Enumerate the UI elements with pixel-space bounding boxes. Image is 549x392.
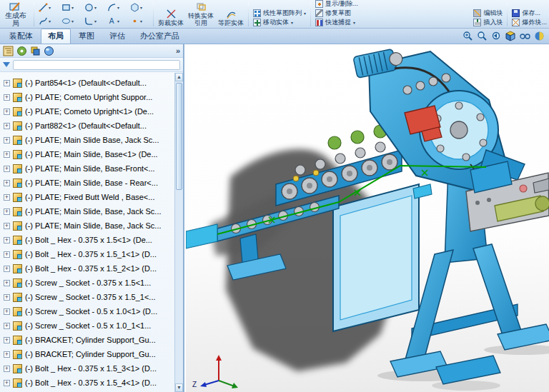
tab-office-products[interactable]: 办公室产品 [133, 29, 187, 44]
expand-icon[interactable]: + [4, 151, 10, 158]
sketch-line-button[interactable]: ▾ [36, 3, 59, 12]
expand-icon[interactable]: + [4, 94, 10, 101]
tree-item[interactable]: + (-) Screw _ Socket - 0.375 x 1.5<1... [0, 276, 176, 290]
expand-icon[interactable]: + [4, 166, 10, 172]
caret-down-icon[interactable]: ▾ [71, 19, 74, 24]
tree-item[interactable]: + (-) PLATE; Main Slide, Base, Jack Sc..… [0, 204, 176, 218]
sketch-polygon-button[interactable]: ▾ [128, 3, 151, 12]
expand-icon[interactable]: + [4, 251, 10, 258]
tree-item[interactable]: + (-) BRACKET; Cylinder Support_Gu... [0, 333, 176, 347]
tree-item[interactable]: + (-) PLATE; Main Slide, Base - Rear<... [0, 176, 176, 190]
tree-item[interactable]: + (-) Part854<1> (Default<<Default... [0, 76, 176, 90]
expand-icon[interactable]: + [4, 366, 10, 372]
caret-down-icon[interactable]: ▾ [291, 20, 293, 25]
graphics-viewport[interactable]: Z [186, 44, 549, 392]
caret-down-icon[interactable]: ▾ [140, 5, 142, 10]
expand-icon[interactable]: + [4, 237, 10, 243]
scroll-up-button[interactable]: ▲ [175, 73, 183, 81]
tree-item[interactable]: + (-) Part882<1> (Default<<Default... [0, 119, 176, 133]
create-layout-button[interactable]: 生成布局 [0, 0, 31, 28]
tree-item[interactable]: + (-) Screw _ Socket - 0.5 x 1.0<1> (D..… [0, 304, 176, 318]
expand-icon[interactable]: + [4, 323, 10, 329]
display-delete-relations-button[interactable]: 显示/删除... [313, 0, 360, 9]
3d-model-machine[interactable] [186, 44, 549, 392]
tree-item[interactable]: + (-) Screw _ Socket - 0.5 x 1.0_1<1... [0, 318, 176, 333]
panel-expand-chevron[interactable]: » [176, 46, 180, 56]
caret-down-icon[interactable]: ▾ [49, 5, 51, 10]
move-entities-button[interactable]: 移动实体▾ [251, 18, 308, 27]
tree-item[interactable]: + (-) Bolt _ Hex - 0.375 x 1.5_3<1> (D..… [0, 361, 176, 376]
display-style-icon[interactable] [505, 31, 516, 41]
caret-down-icon[interactable]: ▾ [94, 19, 97, 24]
tree-item[interactable]: + (-) Bolt _ Hex - 0.375 x 1.5_1<1> (D..… [0, 247, 176, 261]
caret-down-icon[interactable]: ▾ [49, 19, 51, 24]
scroll-down-button[interactable]: ▼ [175, 383, 183, 392]
tree-scrollbar[interactable]: ▲ ▼ [174, 73, 183, 392]
expand-icon[interactable]: + [4, 351, 10, 358]
sketch-rect-button[interactable]: ▾ [59, 3, 82, 12]
offset-entities-button[interactable]: 等距实体 [216, 0, 246, 28]
sketch-arc-button[interactable]: ▾ [105, 3, 128, 12]
filter-funnel-icon[interactable] [3, 62, 10, 67]
expand-icon[interactable]: + [4, 337, 10, 343]
previous-view-icon[interactable] [491, 31, 502, 41]
expand-icon[interactable]: + [4, 380, 10, 386]
sketch-ellipse-button[interactable]: ▾ [59, 16, 82, 26]
caret-down-icon[interactable]: ▾ [353, 20, 355, 25]
trim-entities-button[interactable]: 剪裁实体 [156, 0, 186, 28]
expand-icon[interactable]: + [4, 280, 10, 286]
expand-icon[interactable]: + [4, 208, 10, 215]
linear-sketch-pattern-button[interactable]: 线性草图阵列▾ [251, 9, 308, 18]
tab-assembly[interactable]: 装配体 [2, 29, 40, 44]
explode-block-button[interactable]: 爆炸块... [510, 18, 549, 27]
expand-icon[interactable]: + [4, 194, 10, 201]
displaymanager-tab-icon[interactable] [44, 46, 54, 56]
tab-sketch[interactable]: 草图 [71, 29, 102, 44]
tree-item[interactable]: + (-) PLATE; Main Slide, Base<1> (De... [0, 147, 176, 161]
tree-item[interactable]: + (-) Bolt _ Hex - 0.375 x 1.5_4<1> (D..… [0, 376, 176, 390]
repair-sketch-button[interactable]: 修复草图 [313, 9, 360, 18]
caret-down-icon[interactable]: ▾ [117, 5, 119, 10]
tree-item[interactable]: + (-) Bolt _ Hex - 0.375 x 1.5_2<1> (D..… [0, 261, 176, 276]
edit-appearance-icon[interactable] [534, 31, 545, 41]
quick-snaps-button[interactable]: 快速捕捉▾ [313, 18, 360, 27]
caret-down-icon[interactable]: ▾ [117, 19, 119, 24]
expand-icon[interactable]: + [4, 223, 10, 229]
expand-icon[interactable]: + [4, 266, 10, 272]
expand-icon[interactable]: + [4, 308, 10, 315]
sketch-text-button[interactable]: A▾ [105, 16, 128, 26]
expand-icon[interactable]: + [4, 294, 10, 301]
scrollbar-thumb[interactable] [176, 83, 182, 190]
configurationmanager-tab-icon[interactable] [30, 46, 41, 56]
convert-entities-button[interactable]: 转换实体引用 [186, 0, 216, 28]
edit-block-button[interactable]: 编辑块 [471, 9, 505, 18]
zoom-area-icon[interactable] [463, 31, 473, 41]
tree-item[interactable]: + (-) Bolt _ Hex - 0.375 x 1.5<1> (De... [0, 233, 176, 247]
caret-down-icon[interactable]: ▾ [304, 11, 306, 16]
tree-filter-input[interactable] [13, 60, 180, 70]
tree-item[interactable]: + (-) PLATE; Main Slide Base, Jack Sc... [0, 133, 176, 147]
save-block-button[interactable]: 保存... [510, 9, 549, 18]
expand-icon[interactable]: + [4, 180, 10, 186]
expand-icon[interactable]: + [4, 80, 10, 86]
tree-item[interactable]: + (-) PLATE; Fixed Butt Weld , Base<... [0, 190, 176, 204]
expand-icon[interactable]: + [4, 109, 10, 115]
sketch-fillet-button[interactable]: ▾ [82, 16, 105, 26]
tab-evaluate[interactable]: 评估 [102, 29, 132, 44]
caret-down-icon[interactable]: ▾ [71, 5, 74, 10]
insert-block-button[interactable]: 插入块 [471, 18, 505, 27]
tab-layout[interactable]: 布局 [41, 29, 71, 44]
sketch-point-button[interactable]: ▾ [128, 16, 151, 26]
propertymanager-tab-icon[interactable] [16, 46, 27, 56]
sketch-spline-button[interactable]: ▾ [36, 16, 59, 26]
caret-down-icon[interactable]: ▾ [140, 19, 142, 24]
expand-icon[interactable]: + [4, 123, 10, 129]
caret-down-icon[interactable]: ▾ [94, 5, 97, 10]
tree-item[interactable]: + (-) Screw _ Socket - 0.375 x 1.5_1<... [0, 290, 176, 304]
tree-item[interactable]: + (-) PLATE; Main Slide, Base, Jack Sc..… [0, 218, 176, 233]
sketch-circle-button[interactable]: ▾ [82, 3, 105, 12]
tree-item[interactable]: + (-) PLATE; Cometo Upright<1> (De... [0, 104, 176, 119]
expand-icon[interactable]: + [4, 137, 10, 144]
tree-item[interactable]: + (-) PLATE; Main Slide, Base-Front<... [0, 161, 176, 176]
tree-item[interactable]: + (-) PLATE; Cometo Upright Suppor... [0, 90, 176, 104]
